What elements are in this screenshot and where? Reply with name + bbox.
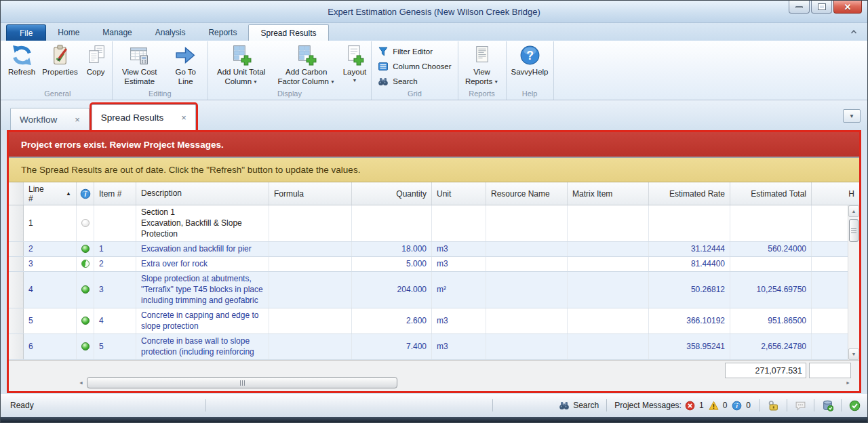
cell-h[interactable] <box>812 308 848 334</box>
cell-line-number[interactable]: 2 <box>24 242 77 256</box>
close-tab-icon[interactable]: × <box>181 113 186 123</box>
cell-line-number[interactable]: 6 <box>24 334 77 359</box>
cell-matrix-item[interactable] <box>568 308 649 334</box>
ribbon-tab-spread-results[interactable]: Spread Results <box>248 24 328 41</box>
cell-item-number[interactable]: 3 <box>94 272 136 308</box>
cell-unit[interactable]: m² <box>432 272 486 308</box>
scroll-right-icon[interactable]: ► <box>842 377 854 388</box>
cell-line-number[interactable]: 1 <box>24 205 77 241</box>
row-indicator[interactable] <box>9 308 24 334</box>
cell-status[interactable] <box>77 205 94 241</box>
cell-quantity[interactable]: 2.600 <box>352 308 432 334</box>
cell-resource-name[interactable] <box>486 205 568 241</box>
cell-estimated-total[interactable]: 10,254.69750 <box>730 272 812 308</box>
cell-h[interactable] <box>812 334 848 359</box>
cell-status[interactable] <box>77 242 94 256</box>
cell-status[interactable] <box>77 272 94 308</box>
properties-button[interactable]: Properties <box>39 41 81 89</box>
view-cost-estimate-button[interactable]: View Cost Estimate <box>114 41 165 89</box>
cell-quantity[interactable]: 18.000 <box>352 242 432 256</box>
cell-resource-name[interactable] <box>486 272 568 308</box>
row-indicator[interactable] <box>9 334 24 359</box>
column-chooser-button[interactable]: Column Chooser <box>376 60 453 73</box>
cell-estimated-rate[interactable] <box>649 205 730 241</box>
cell-estimated-rate[interactable]: 366.10192 <box>649 308 730 334</box>
cell-status[interactable] <box>77 308 94 334</box>
cell-estimated-rate[interactable]: 358.95241 <box>649 334 730 359</box>
cell-h[interactable] <box>812 242 848 256</box>
close-tab-icon[interactable]: × <box>75 115 80 125</box>
cell-estimated-total[interactable]: 951.86500 <box>730 308 812 334</box>
cell-description[interactable]: Concrete in capping and edge to slope pr… <box>136 308 269 334</box>
cell-quantity[interactable]: 5.000 <box>352 257 432 271</box>
lock-icon[interactable] <box>768 400 779 411</box>
ribbon-tab-reports[interactable]: Reports <box>197 24 248 41</box>
scroll-left-icon[interactable]: ◄ <box>75 377 87 388</box>
header-estimated-rate[interactable]: Estimated Rate <box>649 182 730 205</box>
cell-item-number[interactable]: 1 <box>94 242 136 256</box>
cell-unit[interactable]: m3 <box>432 334 486 359</box>
cell-estimated-rate[interactable]: 81.44400 <box>649 257 730 271</box>
cell-resource-name[interactable] <box>486 308 568 334</box>
cell-matrix-item[interactable] <box>568 242 649 256</box>
view-reports-button[interactable]: View Reports▼ <box>460 41 505 89</box>
cell-item-number[interactable]: 4 <box>94 308 136 334</box>
cell-description[interactable]: Concrete in base wall to slope protectio… <box>136 334 269 359</box>
statusbar-search-button[interactable]: Search <box>559 400 599 411</box>
tab-list-dropdown-button[interactable]: ▼ <box>843 109 861 123</box>
cell-resource-name[interactable] <box>486 257 568 271</box>
database-sync-icon[interactable] <box>822 400 833 411</box>
cell-formula[interactable] <box>269 242 352 256</box>
ribbon-tab-file[interactable]: File <box>6 24 46 41</box>
cell-description[interactable]: Section 1 Excavation, Backfill & Slope P… <box>136 205 269 241</box>
horizontal-scrollbar-thumb[interactable] <box>87 377 397 388</box>
tab-spread-results[interactable]: Spread Results × <box>92 104 196 130</box>
header-quantity[interactable]: Quantity <box>352 182 432 205</box>
cell-unit[interactable]: m3 <box>432 257 486 271</box>
cell-status[interactable] <box>77 257 94 271</box>
cell-matrix-item[interactable] <box>568 272 649 308</box>
cell-estimated-total[interactable] <box>730 205 812 241</box>
cell-unit[interactable]: m3 <box>432 308 486 334</box>
header-unit[interactable]: Unit <box>432 182 486 205</box>
add-unit-total-column-button[interactable]: Add Unit Total Column▼ <box>210 41 273 89</box>
cell-estimated-rate[interactable]: 31.12444 <box>649 242 730 256</box>
cell-description[interactable]: Excavation and backfill for pier <box>136 242 269 256</box>
row-indicator[interactable] <box>9 272 24 308</box>
cell-line-number[interactable]: 4 <box>24 272 77 308</box>
filter-editor-button[interactable]: Filter Editor <box>376 45 453 58</box>
comment-icon[interactable] <box>795 400 806 411</box>
scroll-up-icon[interactable]: ▲ <box>848 205 859 217</box>
maximize-button[interactable] <box>811 1 832 14</box>
vertical-scrollbar-thumb[interactable] <box>849 219 859 242</box>
cell-formula[interactable] <box>269 205 352 241</box>
refresh-button[interactable]: Refresh <box>5 41 39 89</box>
minimize-button[interactable] <box>789 1 810 14</box>
ribbon-tab-analysis[interactable]: Analysis <box>144 24 197 41</box>
cell-item-number[interactable]: 2 <box>94 257 136 271</box>
collapse-ribbon-icon[interactable] <box>848 26 859 37</box>
project-messages[interactable]: Project Messages: 1 0 0 <box>614 401 752 411</box>
add-carbon-factor-column-button[interactable]: Add Carbon Factor Column▼ <box>273 41 340 89</box>
row-indicator[interactable] <box>9 257 24 271</box>
cell-estimated-rate[interactable]: 50.26812 <box>649 272 730 308</box>
cell-formula[interactable] <box>269 334 352 359</box>
header-h[interactable]: H <box>812 182 859 205</box>
cell-formula[interactable] <box>269 272 352 308</box>
cell-formula[interactable] <box>269 257 352 271</box>
ribbon-tab-home[interactable]: Home <box>46 24 91 41</box>
cell-description[interactable]: Slope protection at abutments, "Terrafix… <box>136 272 269 308</box>
cell-unit[interactable] <box>432 205 486 241</box>
cell-status[interactable] <box>77 334 94 359</box>
row-indicator[interactable] <box>9 242 24 256</box>
header-formula[interactable]: Formula <box>269 182 352 205</box>
header-resource-name[interactable]: Resource Name <box>486 182 568 205</box>
cell-item-number[interactable]: 5 <box>94 334 136 359</box>
header-line-number[interactable]: Line # ▲ <box>24 182 77 205</box>
cell-quantity[interactable]: 7.400 <box>352 334 432 359</box>
vertical-scrollbar[interactable]: ▲ ▼ <box>848 205 859 360</box>
header-estimated-total[interactable]: Estimated Total <box>730 182 812 205</box>
cell-matrix-item[interactable] <box>568 257 649 271</box>
cell-description[interactable]: Extra over for rock <box>136 257 269 271</box>
cell-estimated-total[interactable] <box>730 257 812 271</box>
